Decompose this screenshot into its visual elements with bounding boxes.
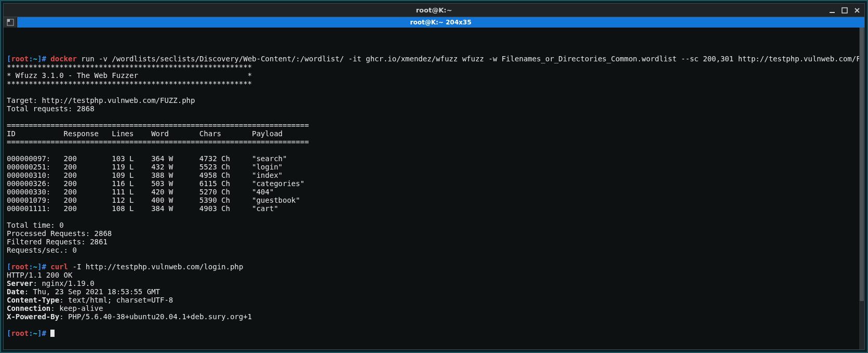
window-title: root@K:~	[416, 6, 452, 14]
scrollbar-thumb[interactable]	[860, 28, 864, 301]
svg-rect-0	[830, 12, 835, 13]
window-controls	[828, 4, 861, 17]
terminal-window: root@K:~ root@K:~ 2	[3, 3, 865, 350]
scrollbar[interactable]	[859, 28, 864, 349]
terminal-output[interactable]: [root:~]# docker run -v /wordlists/secli…	[4, 28, 864, 349]
cursor	[50, 330, 55, 337]
tab-label: root@K:~ 204x35	[410, 19, 472, 26]
minimize-button[interactable]	[828, 6, 836, 15]
svg-rect-5	[7, 19, 10, 22]
close-button[interactable]	[853, 6, 861, 15]
new-tab-icon[interactable]	[4, 17, 17, 28]
maximize-button[interactable]	[840, 6, 849, 15]
terminal-tab[interactable]: root@K:~ 204x35	[17, 17, 864, 28]
window-titlebar[interactable]: root@K:~	[4, 4, 864, 17]
desktop: root@K:~ root@K:~ 2	[0, 0, 868, 353]
terminal-tabbar: root@K:~ 204x35	[4, 17, 864, 28]
svg-rect-1	[842, 8, 847, 13]
